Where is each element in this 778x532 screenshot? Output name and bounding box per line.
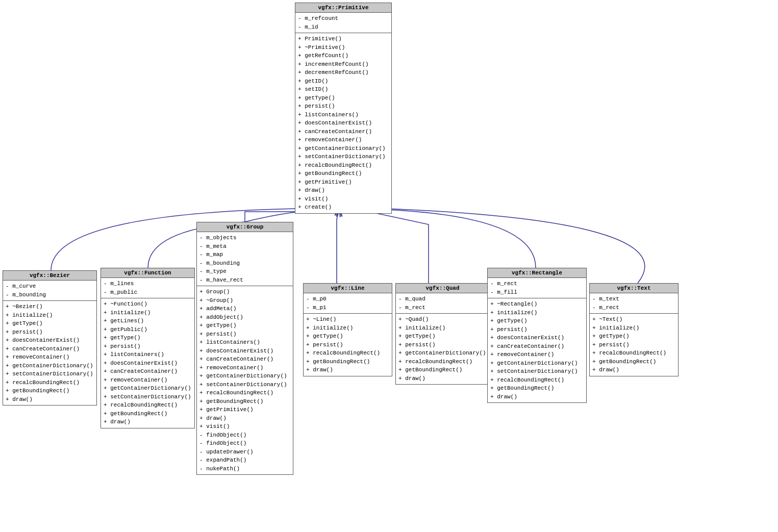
list-item: - m_text [592,295,675,303]
list-item: + setContainerDictionary() [490,367,584,376]
list-item: + initialize() [104,309,192,317]
list-item: + draw() [490,393,584,401]
group-fields: - m_objects- m_meta- m_map- m_bounding- … [197,232,293,286]
list-item: - nukePath() [199,465,290,473]
list-item: + Group() [199,288,290,296]
rectangle-box: vgfx::Rectangle - m_rect- m_fill + ~Rect… [487,268,587,403]
list-item: - findObject() [199,439,290,448]
list-item: + getID() [298,77,389,86]
list-item: - m_fill [490,288,584,297]
list-item: + listContainers() [199,338,290,347]
list-item: + doesContainerExist() [490,334,584,342]
list-item: - m_rect [398,303,487,312]
list-item: + ~Text() [592,315,675,324]
list-item: - m_p1 [306,303,389,312]
list-item: + initialize() [490,309,584,317]
bezier-title: vgfx::Bezier [3,271,96,281]
list-item: + setContainerDictionary() [298,153,389,161]
list-item: + getLines() [104,317,192,325]
list-item: + ~Primitive() [298,43,389,52]
list-item: + doesContainerExist() [104,359,192,368]
list-item: + getPrimitive() [298,178,389,187]
list-item: + persist() [199,330,290,339]
bezier-fields: - m_curve- m_bounding [3,281,96,301]
list-item: + removeContainer() [490,350,584,359]
list-item: + persist() [104,342,192,351]
list-item: - m_public [104,288,192,297]
list-item: + getContainerDictionary() [398,349,487,358]
primitive-methods: + Primitive()+ ~Primitive()+ getRefCount… [295,33,391,213]
list-item: + setContainerDictionary() [6,370,94,378]
text-methods: + ~Text()+ initialize()+ getType()+ pers… [590,314,678,376]
list-item: + recalcBoundingRect() [490,376,584,385]
list-item: + setContainerDictionary() [199,381,290,389]
list-item: + getBoundingRect() [592,358,675,366]
group-box: vgfx::Group - m_objects- m_meta- m_map- … [196,222,293,475]
list-item: - m_have_rect [199,276,290,285]
list-item: + initialize() [306,324,389,333]
list-item: + recalcBoundingRect() [298,161,389,170]
list-item: + ~Bezier() [6,302,94,311]
list-item: + removeContainer() [104,376,192,385]
list-item: + Primitive() [298,35,389,43]
list-item: + decrementRefCount() [298,68,389,77]
list-item: - m_rect [592,303,675,312]
list-item: + getType() [306,332,389,341]
line-box: vgfx::Line - m_p0- m_p1 + ~Line()+ initi… [303,283,392,376]
list-item: + canCreateContainer() [6,345,94,353]
rectangle-title: vgfx::Rectangle [488,268,586,278]
list-item: + draw() [104,418,192,426]
list-item: - m_bounding [199,259,290,268]
primitive-field-1: - m_refcount [298,14,389,23]
list-item: - updateDrawer() [199,448,290,457]
list-item: + getContainerDictionary() [490,359,584,368]
list-item: + listContainers() [104,350,192,359]
list-item: + persist() [6,328,94,337]
list-item: + recalcBoundingRect() [6,378,94,387]
list-item: + recalcBoundingRect() [592,349,675,358]
list-item: + visit() [199,422,290,431]
list-item: + persist() [306,341,389,349]
list-item: + canCreateContainer() [298,128,389,136]
rectangle-methods: + ~Rectangle()+ initialize()+ getType()+… [488,298,586,402]
list-item: + persist() [398,341,487,349]
list-item: + doesContainerExist() [199,347,290,356]
list-item: - expandPath() [199,456,290,465]
list-item: + initialize() [592,324,675,333]
list-item: + getBoundingRect() [199,397,290,406]
list-item: + removeContainer() [6,353,94,362]
list-item: + draw() [6,395,94,404]
list-item: + getType() [199,321,290,330]
list-item: - m_curve [6,282,94,291]
list-item: + doesContainerExist() [298,119,389,128]
list-item: + getBoundingRect() [398,366,487,374]
function-box: vgfx::Function - m_lines- m_public + ~Fu… [101,268,195,428]
list-item: + canCreateContainer() [104,367,192,376]
list-item: + create() [298,203,389,212]
list-item: + getBoundingRect() [6,387,94,395]
function-fields: - m_lines- m_public [101,278,194,298]
list-item: + getRefCount() [298,52,389,60]
list-item: + initialize() [398,324,487,333]
line-methods: + ~Line()+ initialize()+ getType()+ pers… [304,314,392,376]
list-item: + persist() [490,325,584,334]
list-item: + ~Quad() [398,315,487,324]
list-item: + recalcBoundingRect() [104,401,192,410]
list-item: + canCreateContainer() [199,355,290,364]
list-item: - m_lines [104,280,192,288]
list-item: + visit() [298,195,389,204]
list-item: - m_bounding [6,291,94,299]
group-title: vgfx::Group [197,222,293,232]
list-item: + getPublic() [104,325,192,334]
list-item: + getType() [6,319,94,328]
text-box: vgfx::Text - m_text- m_rect + ~Text()+ i… [589,283,679,376]
list-item: + addMeta() [199,305,290,313]
list-item: - m_objects [199,234,290,242]
list-item: + draw() [298,186,389,195]
list-item: + draw() [592,366,675,374]
list-item: + persist() [592,341,675,349]
list-item: + initialize() [6,311,94,320]
list-item: + draw() [398,374,487,383]
list-item: + getBoundingRect() [490,384,584,393]
list-item: - m_meta [199,242,290,251]
